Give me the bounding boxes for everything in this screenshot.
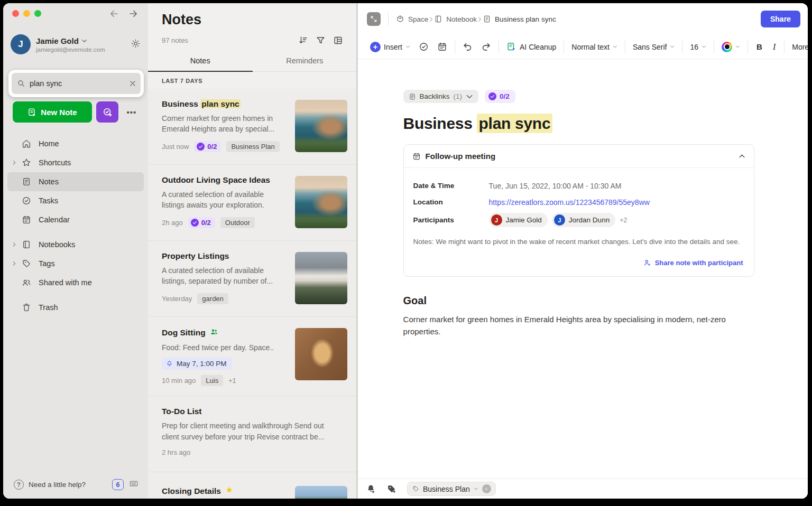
tab-reminders[interactable]: Reminders: [253, 52, 357, 71]
note-title: Property Listings: [162, 251, 281, 261]
task-plus-icon: [103, 107, 113, 117]
chevron-right-icon[interactable]: [12, 261, 21, 266]
more-tags-count[interactable]: +1: [228, 377, 236, 385]
text-style-dropdown[interactable]: Normal text: [567, 43, 622, 51]
person-plus-icon: [643, 259, 651, 267]
task-progress-badge[interactable]: 0/2: [188, 217, 215, 228]
filter-icon[interactable]: [316, 35, 326, 45]
new-task-button[interactable]: [96, 101, 118, 123]
more-participants-count[interactable]: +2: [620, 217, 627, 224]
history-back-icon[interactable]: [109, 8, 119, 21]
task-progress-badge[interactable]: 0/2: [485, 90, 515, 103]
notes-count: 97 notes: [162, 36, 298, 44]
note-card-closing-details[interactable]: Closing Details: [148, 472, 357, 499]
meeting-link[interactable]: https://zereatlors.zoom.us/1223456789/55…: [489, 198, 650, 207]
note-title[interactable]: Business plan sync: [403, 115, 754, 133]
space-icon: [396, 15, 404, 23]
note-card-property-listings[interactable]: Property Listings A curated selection of…: [148, 241, 357, 317]
remove-tag-icon[interactable]: [482, 484, 491, 493]
share-button[interactable]: Share: [761, 11, 800, 27]
chevron-down-icon: [670, 44, 675, 49]
editor-body[interactable]: Backlinks (1) 0/2 Business plan sync: [357, 59, 808, 499]
notes-scroll-area[interactable]: Business plan sync Corner market for gre…: [148, 89, 357, 499]
history-forward-icon[interactable]: [128, 8, 139, 21]
note-tag[interactable]: Luis: [201, 375, 223, 386]
participant-chip[interactable]: J Jordan Dunn: [552, 213, 615, 227]
undo-icon[interactable]: [458, 42, 477, 52]
share-note-with-participant-link[interactable]: Share note with participant: [643, 259, 743, 267]
account-switcher[interactable]: J Jamie Gold jamiegold@evernote.com: [11, 33, 141, 56]
insert-calendar-icon[interactable]: [433, 42, 451, 52]
tab-notes[interactable]: Notes: [148, 52, 253, 72]
more-formatting-dropdown[interactable]: More: [788, 43, 808, 51]
backlinks-pill[interactable]: Backlinks (1): [403, 90, 479, 103]
font-size-dropdown[interactable]: 16: [686, 43, 710, 51]
note-time: Just now: [162, 143, 189, 151]
new-note-button[interactable]: New Note: [13, 101, 92, 123]
reminder-badge[interactable]: May 7, 1:00 PM: [162, 358, 232, 370]
text-color-picker[interactable]: [717, 42, 744, 52]
note-icon: [483, 15, 491, 23]
search-input[interactable]: [30, 79, 128, 88]
add-tag-icon[interactable]: [386, 484, 396, 494]
bold-button[interactable]: B: [751, 42, 768, 51]
font-family-dropdown[interactable]: Sans Serif: [629, 43, 679, 51]
expand-note-icon[interactable]: [367, 12, 381, 26]
sidebar-item-tasks[interactable]: Tasks: [7, 191, 144, 210]
zoom-window-button[interactable]: [34, 10, 41, 17]
goal-paragraph[interactable]: Corner market for green homes in Emerald…: [403, 313, 746, 338]
note-tag-chip[interactable]: Business Plan: [407, 482, 496, 496]
sidebar-item-home[interactable]: Home: [7, 134, 144, 153]
sidebar-item-notebooks[interactable]: Notebooks: [7, 235, 144, 254]
meeting-date-label: Date & Time: [413, 182, 489, 190]
keyboard-shortcuts-icon[interactable]: [128, 480, 140, 490]
chevron-right-icon[interactable]: [12, 242, 21, 247]
add-reminder-icon[interactable]: [366, 484, 376, 494]
note-card-outdoor-living[interactable]: Outdoor Living Space Ideas A curated sel…: [148, 165, 357, 241]
calendar-icon: [21, 215, 32, 224]
insert-task-icon[interactable]: [414, 42, 433, 52]
chevron-right-icon: [477, 16, 483, 22]
sidebar-item-shared-with-me[interactable]: Shared with me: [7, 273, 144, 292]
sidebar-item-trash[interactable]: Trash: [7, 298, 144, 317]
note-snippet: A curated selection of available listing…: [162, 265, 281, 287]
search-icon: [17, 79, 25, 88]
help-row[interactable]: ? Need a little help? 6: [14, 479, 140, 490]
note-tag[interactable]: Business Plan: [226, 141, 279, 152]
clear-search-icon[interactable]: [128, 79, 137, 88]
close-window-button[interactable]: [12, 10, 19, 17]
goal-heading[interactable]: Goal: [403, 295, 754, 307]
sidebar-more-button[interactable]: •••: [123, 101, 141, 123]
collapse-chevron-icon[interactable]: [739, 153, 745, 160]
breadcrumb-space[interactable]: Space: [396, 15, 428, 23]
redo-icon[interactable]: [477, 42, 495, 52]
note-card-dog-sitting[interactable]: Dog Sitting Food: Feed twice per day. Sp…: [148, 317, 357, 396]
settings-gear-icon[interactable]: [131, 39, 141, 50]
sidebar-item-tags[interactable]: Tags: [7, 254, 144, 273]
note-tag[interactable]: garden: [197, 293, 228, 304]
check-circle-icon: [21, 196, 32, 205]
sidebar-item-notes[interactable]: Notes: [7, 172, 144, 191]
insert-menu[interactable]: + Insert: [366, 42, 414, 52]
breadcrumb-note[interactable]: Business plan sync: [483, 15, 556, 23]
ai-cleanup-button[interactable]: AI Cleanup: [502, 42, 560, 52]
check-icon: [197, 143, 205, 151]
sort-icon[interactable]: [298, 35, 308, 45]
minimize-window-button[interactable]: [23, 10, 30, 17]
sidebar: J Jamie Gold jamiegold@evernote.com New …: [3, 3, 148, 499]
note-tag[interactable]: Outdoor: [220, 217, 255, 228]
breadcrumb-notebook[interactable]: Notebook: [434, 15, 477, 23]
chevron-right-icon[interactable]: [12, 160, 21, 165]
view-options-icon[interactable]: [333, 35, 343, 45]
sidebar-item-calendar[interactable]: Calendar: [7, 210, 144, 229]
task-progress-badge[interactable]: 0/2: [194, 141, 221, 152]
note-card-business-plan-sync[interactable]: Business plan sync Corner market for gre…: [148, 89, 357, 165]
note-time: 2h ago: [162, 219, 183, 227]
notebook-icon: [434, 15, 442, 23]
italic-button[interactable]: I: [768, 42, 781, 52]
chevron-down-icon: [735, 44, 740, 49]
note-card-todo-list[interactable]: To-Do List Prep for client meeting and w…: [148, 396, 357, 472]
search-box[interactable]: [12, 73, 141, 94]
participant-chip[interactable]: J Jamie Gold: [489, 213, 548, 227]
sidebar-item-shortcuts[interactable]: Shortcuts: [7, 153, 144, 172]
